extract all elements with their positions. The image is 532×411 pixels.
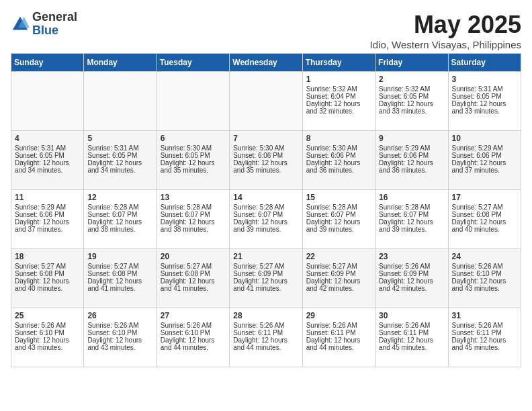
day-info-line: Daylight: 12 hours [379,100,444,107]
day-info-line: and 35 minutes. [161,167,226,174]
weekday-header-tuesday: Tuesday [157,54,229,72]
day-number: 8 [306,134,371,143]
day-info-line: Daylight: 12 hours [233,218,298,226]
day-info-line: Daylight: 12 hours [452,218,517,226]
calendar-cell: 18Sunrise: 5:27 AMSunset: 6:08 PMDayligh… [11,249,84,308]
calendar-cell: 22Sunrise: 5:27 AMSunset: 6:09 PMDayligh… [302,249,375,308]
day-info-line: Sunrise: 5:28 AM [87,203,152,211]
day-info-line: Sunrise: 5:29 AM [379,144,444,152]
calendar-cell: 15Sunrise: 5:28 AMSunset: 6:07 PMDayligh… [302,190,375,249]
day-info-line: Daylight: 12 hours [87,159,152,167]
day-info-line: and 42 minutes. [306,285,371,292]
day-info-line: Sunset: 6:11 PM [379,329,444,336]
calendar-cell: 23Sunrise: 5:26 AMSunset: 6:09 PMDayligh… [375,249,448,308]
day-number: 3 [452,75,517,84]
weekday-header-thursday: Thursday [302,54,375,72]
calendar-cell: 11Sunrise: 5:29 AMSunset: 6:06 PMDayligh… [11,190,84,249]
day-number: 18 [15,252,80,261]
calendar-cell: 13Sunrise: 5:28 AMSunset: 6:07 PMDayligh… [157,190,229,249]
day-number: 4 [15,134,80,143]
calendar-cell: 9Sunrise: 5:29 AMSunset: 6:06 PMDaylight… [375,131,448,190]
day-info-line: Daylight: 12 hours [233,336,298,344]
day-info-line: Sunrise: 5:28 AM [161,203,226,211]
day-info-line: Sunrise: 5:26 AM [452,322,517,329]
day-number: 21 [233,252,298,261]
day-info-line: Sunset: 6:07 PM [233,211,298,218]
day-info-line: Sunset: 6:06 PM [379,152,444,159]
calendar-cell: 20Sunrise: 5:27 AMSunset: 6:08 PMDayligh… [157,249,229,308]
day-info-line: Sunset: 6:05 PM [87,152,152,159]
day-number: 20 [161,252,226,261]
calendar-week-2: 4Sunrise: 5:31 AMSunset: 6:05 PMDaylight… [11,131,521,190]
calendar-cell: 14Sunrise: 5:28 AMSunset: 6:07 PMDayligh… [230,190,302,249]
calendar-cell: 21Sunrise: 5:27 AMSunset: 6:09 PMDayligh… [230,249,302,308]
calendar-cell: 29Sunrise: 5:26 AMSunset: 6:11 PMDayligh… [302,308,375,367]
day-number: 1 [306,75,371,84]
calendar-cell: 3Sunrise: 5:31 AMSunset: 6:05 PMDaylight… [448,72,521,131]
calendar-cell: 16Sunrise: 5:28 AMSunset: 6:07 PMDayligh… [375,190,448,249]
day-info-line: and 34 minutes. [15,167,80,174]
day-number: 28 [233,311,298,320]
day-info-line: and 36 minutes. [379,167,444,174]
day-number: 9 [379,134,444,143]
day-info-line: Daylight: 12 hours [306,159,371,167]
day-info-line: Sunset: 6:10 PM [15,329,80,336]
month-title: May 2025 [370,11,521,39]
day-info-line: and 35 minutes. [233,167,298,174]
day-info-line: Sunset: 6:04 PM [306,93,371,100]
day-info-line: Sunrise: 5:28 AM [379,203,444,211]
calendar-week-5: 25Sunrise: 5:26 AMSunset: 6:10 PMDayligh… [11,308,521,367]
day-info-line: and 36 minutes. [306,167,371,174]
day-info-line: Daylight: 12 hours [452,336,517,344]
day-info-line: Sunset: 6:08 PM [452,211,517,218]
day-number: 23 [379,252,444,261]
day-info-line: Sunrise: 5:28 AM [306,203,371,211]
day-info-line: Sunset: 6:08 PM [15,270,80,277]
calendar-cell: 30Sunrise: 5:26 AMSunset: 6:11 PMDayligh… [375,308,448,367]
day-info-line: and 39 minutes. [306,226,371,233]
day-info-line: Sunset: 6:06 PM [306,152,371,159]
day-info-line: Daylight: 12 hours [161,336,226,344]
day-info-line: Daylight: 12 hours [87,218,152,226]
day-info-line: Sunrise: 5:32 AM [379,85,444,93]
day-info-line: Daylight: 12 hours [379,336,444,344]
day-info-line: and 44 minutes. [161,344,226,351]
day-number: 14 [233,193,298,202]
day-info-line: Sunset: 6:11 PM [306,329,371,336]
day-number: 5 [87,134,152,143]
calendar-table: SundayMondayTuesdayWednesdayThursdayFrid… [11,53,521,367]
day-info-line: Sunset: 6:09 PM [306,270,371,277]
calendar-cell: 25Sunrise: 5:26 AMSunset: 6:10 PMDayligh… [11,308,84,367]
day-info-line: and 43 minutes. [15,344,80,351]
calendar-cell: 7Sunrise: 5:30 AMSunset: 6:06 PMDaylight… [230,131,302,190]
day-number: 19 [87,252,152,261]
day-number: 2 [379,75,444,84]
day-info-line: Daylight: 12 hours [379,277,444,285]
day-info-line: Daylight: 12 hours [15,277,80,285]
day-info-line: and 33 minutes. [379,107,444,115]
calendar-cell: 4Sunrise: 5:31 AMSunset: 6:05 PMDaylight… [11,131,84,190]
calendar-cell [11,72,84,131]
day-info-line: Daylight: 12 hours [306,100,371,107]
day-info-line: Sunset: 6:11 PM [233,329,298,336]
calendar-cell: 2Sunrise: 5:32 AMSunset: 6:05 PMDaylight… [375,72,448,131]
day-info-line: Sunrise: 5:30 AM [306,144,371,152]
page-header: General Blue May 2025 Idio, Western Visa… [11,11,521,50]
day-number: 24 [452,252,517,261]
day-info-line: Sunset: 6:10 PM [87,329,152,336]
day-info-line: Daylight: 12 hours [379,218,444,226]
day-info-line: Daylight: 12 hours [306,218,371,226]
logo: General Blue [11,11,77,38]
day-number: 16 [379,193,444,202]
day-number: 22 [306,252,371,261]
day-info-line: Sunset: 6:10 PM [161,329,226,336]
calendar-header: SundayMondayTuesdayWednesdayThursdayFrid… [11,54,521,72]
calendar-body: 1Sunrise: 5:32 AMSunset: 6:04 PMDaylight… [11,72,521,367]
day-info-line: and 39 minutes. [379,226,444,233]
day-info-line: Sunrise: 5:30 AM [233,144,298,152]
day-info-line: Sunset: 6:05 PM [15,152,80,159]
day-info-line: Daylight: 12 hours [161,277,226,285]
day-info-line: Sunrise: 5:26 AM [233,322,298,329]
day-info-line: and 41 minutes. [87,285,152,292]
day-info-line: Sunrise: 5:27 AM [87,263,152,270]
